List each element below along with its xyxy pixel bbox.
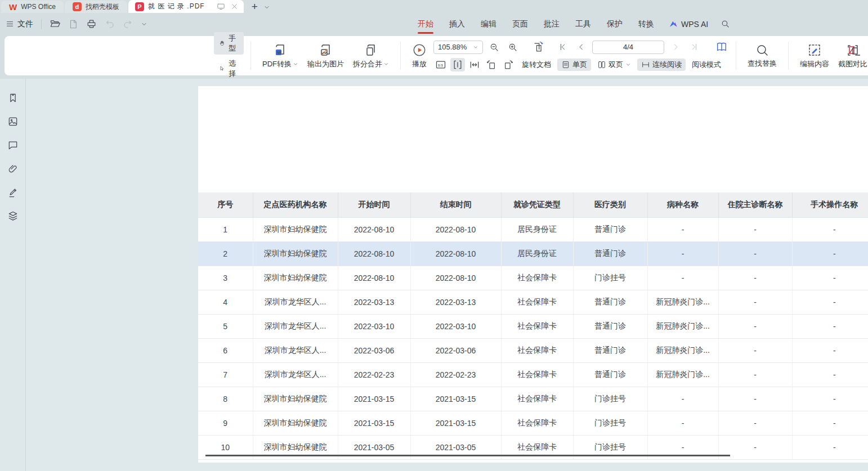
screenshot-compare-button[interactable]: 截图对比 [834,43,868,69]
menu-page[interactable]: 页面 [504,13,536,35]
col-header-operation-name: 手术操作名称 [792,192,868,217]
table-cell: 2022-03-06 [410,338,501,362]
menu-home[interactable]: 开始 [410,13,441,35]
print-icon[interactable] [86,19,97,29]
table-cell: 深圳市妇幼保健院 [253,387,338,411]
table-cell: 2022-03-13 [338,290,410,314]
left-panel-rail [0,79,26,471]
ribbon-search-icon[interactable] [715,19,736,29]
actual-size-icon[interactable]: 1:1 [433,58,448,71]
new-tab-button[interactable]: + [252,1,258,13]
hamburger-icon [6,20,14,28]
menu-tools[interactable]: 工具 [567,13,599,35]
table-row[interactable]: 2深圳市妇幼保健院2022-08-102022-08-10居民身份证普通门诊--… [198,241,868,266]
rotate-doc-label[interactable]: 旋转文档 [518,59,555,71]
double-page-icon [597,60,606,69]
find-replace-button[interactable]: 查找替换 [743,43,781,69]
table-row[interactable]: 4深圳市龙华区人...2022-03-132022-03-13社会保障卡普通门诊… [198,290,868,314]
select-tool-button[interactable]: 选择 [214,57,244,80]
zoom-out-icon[interactable] [487,41,502,54]
menu-protect[interactable]: 保护 [599,13,630,35]
read-mode-button[interactable]: 阅读模式 [688,59,725,71]
zoom-in-icon[interactable] [505,41,520,54]
tab-document[interactable]: P 就 医 记 录 .PDF [128,0,244,13]
single-page-button[interactable]: 单页 [557,59,591,71]
open-file-icon[interactable] [50,19,60,29]
double-page-button[interactable]: 双页 [593,59,635,71]
attachments-icon[interactable] [6,162,20,176]
col-header-credential-type: 就诊凭证类型 [501,192,573,217]
zoom-level-select[interactable]: 105.88% [433,41,483,54]
first-page-icon[interactable] [555,41,570,54]
table-cell: - [718,314,792,338]
table-cell: 门诊挂号 [573,387,647,411]
previous-page-icon[interactable] [574,41,588,54]
divider [788,42,789,70]
export-image-button[interactable]: 输出为图片 [303,43,348,69]
table-cell: 2021-03-15 [410,387,501,411]
table-cell: 普通门诊 [573,362,647,387]
undo-icon[interactable] [105,19,115,29]
layers-icon[interactable] [6,209,20,223]
edit-content-button[interactable]: 编辑内容 [795,43,834,69]
table-row[interactable]: 7深圳市龙华区人...2022-02-232022-02-23社会保障卡普通门诊… [198,362,868,387]
table-row[interactable]: 9深圳市妇幼保健院2021-03-152021-03-15社会保障卡门诊挂号--… [198,411,868,435]
table-row[interactable]: 6深圳市龙华区人...2022-03-062022-03-06社会保障卡普通门诊… [198,338,868,362]
fit-width-icon[interactable] [467,58,482,71]
tab-list-chevron-icon[interactable] [263,3,270,13]
chevron-down-icon [383,61,389,67]
table-cell: 2022-03-06 [338,338,410,362]
table-cell: - [718,290,792,314]
table-row[interactable]: 5深圳市龙华区人...2022-03-102022-03-10社会保障卡普通门诊… [198,314,868,338]
table-cell: - [792,387,868,411]
table-row[interactable]: 3深圳市妇幼保健院2022-08-102022-08-10社会保障卡门诊挂号--… [198,266,868,290]
table-cell: 深圳市妇幼保健院 [253,241,338,266]
quickbar-chevron-icon[interactable] [141,21,147,28]
signature-icon[interactable] [6,186,20,199]
table-row[interactable]: 1深圳市妇幼保健院2022-08-102022-08-10居民身份证普通门诊--… [198,217,868,241]
close-tab-icon[interactable] [231,3,238,10]
thumbnails-icon[interactable] [6,115,20,128]
menu-convert[interactable]: 转换 [630,13,662,35]
save-icon[interactable] [68,19,78,29]
last-page-icon[interactable] [687,41,701,54]
hand-tool-button[interactable]: 手型 [214,32,244,55]
wps-ai-icon [669,20,678,29]
table-cell: - [647,266,718,290]
page-indicator-input[interactable] [592,41,664,54]
fit-page-icon[interactable] [450,58,465,71]
cursor-icon [219,64,225,73]
present-to-screen-icon[interactable] [217,2,225,11]
horizontal-scrollbar[interactable] [205,455,730,456]
continuous-read-button[interactable]: 连续阅读 [637,59,686,71]
comments-icon[interactable] [6,138,20,152]
menu-comment[interactable]: 批注 [536,13,567,35]
rotate-left-icon[interactable] [484,58,499,71]
play-button[interactable]: 播放 [408,43,431,69]
col-header-disease-name: 病种名称 [647,192,718,217]
table-cell: 2022-08-10 [410,241,501,266]
table-row[interactable]: 8深圳市妇幼保健院2021-03-152021-03-15社会保障卡门诊挂号--… [198,387,868,411]
export-image-icon [319,43,333,57]
table-cell: 2022-08-10 [338,241,410,266]
rotate-pages-icon[interactable] [531,41,545,54]
file-menu-button[interactable]: 文件 [6,19,33,29]
table-cell: 普通门诊 [573,314,647,338]
next-page-icon[interactable] [668,41,683,54]
wps-ai-button[interactable]: WPS AI [662,20,715,29]
tab-docer[interactable]: d 找稻壳模板 [65,1,127,13]
pdf-convert-button[interactable]: W PDF转换 [258,43,303,69]
bookmarks-icon[interactable] [6,91,20,105]
tab-wps-home[interactable]: W WPS Office [1,1,64,13]
split-merge-button[interactable]: 拆分合并 [348,43,393,69]
table-cell: 深圳市龙华区人... [253,362,338,387]
table-cell: 2021-03-15 [410,411,501,435]
redo-icon[interactable] [123,19,133,29]
table-cell: - [718,362,792,387]
read-mode-icon[interactable] [714,41,729,54]
menu-insert[interactable]: 插入 [441,13,473,35]
table-cell: - [647,241,718,266]
menu-edit[interactable]: 编辑 [473,13,504,35]
rotate-right-icon[interactable] [501,58,516,71]
table-cell: - [647,411,718,435]
